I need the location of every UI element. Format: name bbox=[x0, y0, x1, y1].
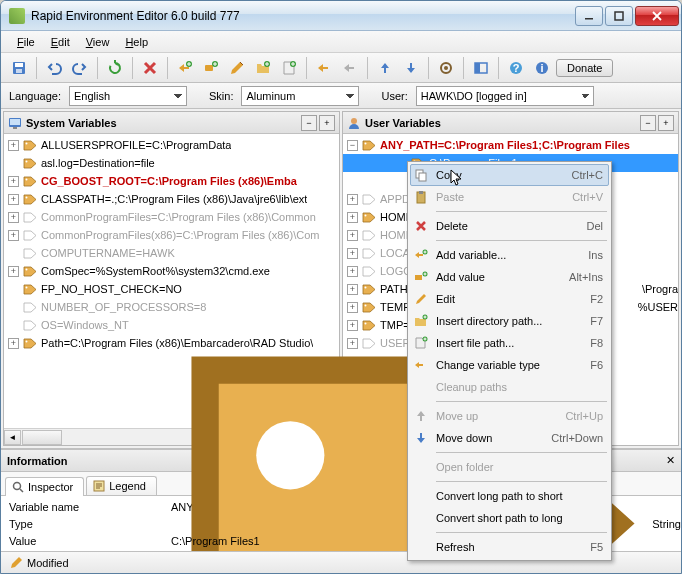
context-item-copy[interactable]: CopyCtrl+C bbox=[410, 164, 609, 186]
svg-rect-18 bbox=[10, 119, 20, 125]
svg-rect-19 bbox=[13, 127, 17, 129]
tree-row[interactable]: FP_NO_HOST_CHECK=NO bbox=[4, 280, 339, 298]
svg-point-37 bbox=[365, 214, 367, 216]
context-separator bbox=[436, 452, 607, 453]
insert-dir-icon[interactable] bbox=[251, 56, 275, 80]
system-panel-title: System Variables bbox=[26, 117, 299, 129]
svg-point-22 bbox=[26, 178, 28, 180]
tab-inspector[interactable]: Inspector bbox=[5, 477, 84, 496]
user-select[interactable]: HAWK\DO [logged in] bbox=[416, 86, 594, 106]
context-separator bbox=[436, 532, 607, 533]
undo-icon[interactable] bbox=[42, 56, 66, 80]
tree-expander[interactable] bbox=[347, 338, 358, 349]
cleanup-icon[interactable] bbox=[338, 56, 362, 80]
context-item-change-variable-type[interactable]: Change variable typeF6 bbox=[410, 354, 609, 376]
panel-toggle-icon[interactable] bbox=[469, 56, 493, 80]
insert-file-icon[interactable] bbox=[277, 56, 301, 80]
move-up-icon[interactable] bbox=[373, 56, 397, 80]
context-menu: CopyCtrl+CPasteCtrl+VDeleteDelAdd variab… bbox=[407, 161, 612, 561]
tree-row[interactable]: Path=C:\Program Files (x86)\Embarcadero\… bbox=[4, 334, 339, 352]
tree-expander[interactable] bbox=[8, 212, 19, 223]
tree-expander[interactable] bbox=[347, 212, 358, 223]
minimize-button[interactable] bbox=[575, 6, 603, 26]
context-item-convert-long-path-to-short[interactable]: Convert long path to short bbox=[410, 485, 609, 507]
svg-point-38 bbox=[365, 232, 367, 234]
about-icon[interactable]: i bbox=[530, 56, 554, 80]
maximize-button[interactable] bbox=[605, 6, 633, 26]
tree-expander[interactable] bbox=[347, 284, 358, 295]
user-add-button[interactable]: + bbox=[658, 115, 674, 131]
redo-icon[interactable] bbox=[68, 56, 92, 80]
tree-row[interactable]: COMPUTERNAME=HAWK bbox=[4, 244, 339, 262]
tree-expander[interactable] bbox=[8, 140, 19, 151]
delete-icon[interactable] bbox=[138, 56, 162, 80]
tree-row[interactable]: ALLUSERSPROFILE=C:\ProgramData bbox=[4, 136, 339, 154]
add-value-icon[interactable] bbox=[199, 56, 223, 80]
svg-point-44 bbox=[365, 340, 367, 342]
skin-select[interactable]: Aluminum bbox=[241, 86, 359, 106]
user-collapse-button[interactable]: − bbox=[640, 115, 656, 131]
options-icon[interactable] bbox=[434, 56, 458, 80]
svg-point-26 bbox=[26, 250, 28, 252]
tree-expander[interactable] bbox=[8, 230, 19, 241]
context-item-move-down[interactable]: Move downCtrl+Down bbox=[410, 427, 609, 449]
tree-expander[interactable] bbox=[347, 194, 358, 205]
svg-rect-2 bbox=[15, 63, 23, 67]
language-select[interactable]: English bbox=[69, 86, 187, 106]
tree-expander[interactable] bbox=[347, 320, 358, 331]
user-label: User: bbox=[381, 90, 407, 102]
menu-help[interactable]: Help bbox=[117, 34, 156, 50]
tree-expander[interactable] bbox=[347, 140, 358, 151]
menu-view[interactable]: View bbox=[78, 34, 118, 50]
close-button[interactable] bbox=[635, 6, 679, 26]
edit-icon[interactable] bbox=[225, 56, 249, 80]
tree-row[interactable]: asl.log=Destination=file bbox=[4, 154, 339, 172]
tree-row[interactable]: NUMBER_OF_PROCESSORS=8 bbox=[4, 298, 339, 316]
context-item-add-value[interactable]: Add valueAlt+Ins bbox=[410, 266, 609, 288]
tree-row[interactable]: CLASSPATH=.;C:\Program Files (x86)\Java\… bbox=[4, 190, 339, 208]
tree-row[interactable]: CommonProgramFiles(x86)=C:\Program Files… bbox=[4, 226, 339, 244]
tree-expander[interactable] bbox=[8, 194, 19, 205]
tree-row[interactable]: OS=Windows_NT bbox=[4, 316, 339, 334]
tree-row[interactable]: CommonProgramFiles=C:\Program Files (x86… bbox=[4, 208, 339, 226]
svg-point-40 bbox=[365, 268, 367, 270]
system-add-button[interactable]: + bbox=[319, 115, 335, 131]
context-item-edit[interactable]: EditF2 bbox=[410, 288, 609, 310]
system-collapse-button[interactable]: − bbox=[301, 115, 317, 131]
tree-expander[interactable] bbox=[347, 230, 358, 241]
context-item-insert-file-path-[interactable]: Insert file path...F8 bbox=[410, 332, 609, 354]
donate-button[interactable]: Donate bbox=[556, 59, 613, 77]
tree-expander[interactable] bbox=[8, 266, 19, 277]
tree-expander[interactable] bbox=[8, 176, 19, 187]
context-item-move-up: Move upCtrl+Up bbox=[410, 405, 609, 427]
language-label: Language: bbox=[9, 90, 61, 102]
legend-icon bbox=[93, 480, 105, 492]
tree-expander[interactable] bbox=[347, 302, 358, 313]
context-item-add-variable-[interactable]: Add variable...Ins bbox=[410, 244, 609, 266]
context-item-convert-short-path-to-long[interactable]: Convert short path to long bbox=[410, 507, 609, 529]
svg-point-41 bbox=[365, 286, 367, 288]
context-item-delete[interactable]: DeleteDel bbox=[410, 215, 609, 237]
tree-expander[interactable] bbox=[347, 248, 358, 259]
help-icon[interactable]: ? bbox=[504, 56, 528, 80]
context-item-refresh[interactable]: RefreshF5 bbox=[410, 536, 609, 558]
svg-point-25 bbox=[26, 232, 28, 234]
system-variables-panel: System Variables − + ALLUSERSPROFILE=C:\… bbox=[3, 111, 340, 446]
refresh-icon[interactable] bbox=[103, 56, 127, 80]
system-tree[interactable]: ALLUSERSPROFILE=C:\ProgramDataasl.log=De… bbox=[4, 134, 339, 428]
save-icon[interactable] bbox=[7, 56, 31, 80]
add-var-icon[interactable] bbox=[173, 56, 197, 80]
tree-expander[interactable] bbox=[8, 338, 19, 349]
tree-row[interactable]: ANY_PATH=C:\Program Files1;C:\Program Fi… bbox=[343, 136, 678, 154]
tree-row[interactable]: CG_BOOST_ROOT=C:\Program Files (x86)\Emb… bbox=[4, 172, 339, 190]
menu-edit[interactable]: Edit bbox=[43, 34, 78, 50]
context-item-insert-directory-path-[interactable]: Insert directory path...F7 bbox=[410, 310, 609, 332]
toolbar: ? i Donate bbox=[1, 53, 681, 83]
tree-row[interactable]: ComSpec=%SystemRoot%\system32\cmd.exe bbox=[4, 262, 339, 280]
change-type-icon[interactable] bbox=[312, 56, 336, 80]
menu-file[interactable]: File bbox=[9, 34, 43, 50]
move-down-icon[interactable] bbox=[399, 56, 423, 80]
tab-legend[interactable]: Legend bbox=[86, 476, 157, 495]
svg-point-27 bbox=[26, 268, 28, 270]
tree-expander[interactable] bbox=[347, 266, 358, 277]
